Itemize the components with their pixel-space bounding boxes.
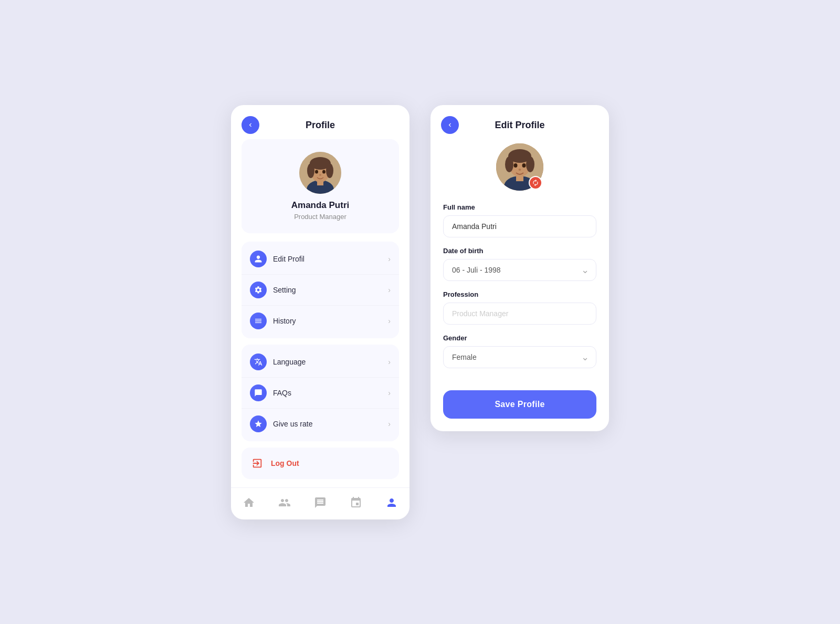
- chat-icon: [250, 384, 267, 401]
- app-container: Profile: [210, 84, 630, 540]
- menu-label-edit-profil: Edit Profil: [273, 255, 388, 263]
- menu-item-give-rate[interactable]: Give us rate ›: [242, 409, 399, 439]
- menu-item-setting[interactable]: Setting ›: [242, 275, 399, 306]
- list-icon: [250, 313, 267, 329]
- menu-item-faqs[interactable]: FAQs ›: [242, 378, 399, 409]
- gender-group: Gender Female Male Other ⌄: [443, 334, 596, 368]
- nav-item-people[interactable]: [274, 494, 295, 511]
- dob-select[interactable]: 06 - Juli - 1998: [443, 259, 596, 281]
- dob-select-wrapper: 06 - Juli - 1998 ⌄: [443, 259, 596, 281]
- edit-avatar: [496, 143, 543, 191]
- profile-info-section: Amanda Putri Product Manager: [242, 139, 399, 233]
- edit-profile-title: Edit Profile: [495, 120, 544, 131]
- nav-item-calendar[interactable]: [345, 494, 366, 511]
- profile-name: Amanda Putri: [291, 200, 350, 211]
- dob-group: Date of birth 06 - Juli - 1998 ⌄: [443, 247, 596, 281]
- back-button-edit[interactable]: [441, 116, 459, 134]
- profile-title: Profile: [306, 120, 335, 131]
- svg-point-16: [505, 157, 513, 172]
- avatar: [299, 152, 341, 194]
- svg-point-6: [307, 163, 314, 178]
- edit-profile-screen: Edit Profile: [430, 105, 609, 431]
- nav-item-profile[interactable]: [381, 494, 402, 511]
- save-button-wrapper: Save Profile: [430, 390, 609, 419]
- menu-label-setting: Setting: [273, 286, 388, 294]
- profile-screen: Profile: [231, 105, 410, 519]
- menu-group-1: Edit Profil › Setting › History ›: [242, 242, 399, 338]
- svg-point-7: [326, 163, 333, 178]
- svg-point-8: [315, 170, 318, 173]
- gender-select-wrapper: Female Male Other ⌄: [443, 346, 596, 368]
- profile-header: Profile: [231, 105, 410, 139]
- menu-group-2: Language › FAQs › Give us rate ›: [242, 345, 399, 441]
- chevron-right-icon: ›: [388, 358, 391, 366]
- svg-point-19: [522, 163, 526, 168]
- logout-icon: [250, 456, 265, 471]
- svg-point-9: [322, 170, 326, 173]
- chevron-right-icon: ›: [388, 389, 391, 397]
- logout-label: Log Out: [271, 459, 299, 467]
- gear-icon: [250, 282, 267, 298]
- gender-label: Gender: [443, 334, 596, 342]
- logout-button[interactable]: Log Out: [242, 448, 399, 479]
- user-icon: [250, 251, 267, 267]
- menu-label-give-rate: Give us rate: [273, 420, 388, 428]
- menu-label-language: Language: [273, 358, 388, 366]
- change-avatar-button[interactable]: [529, 176, 542, 190]
- dob-label: Date of birth: [443, 247, 596, 255]
- logout-section: Log Out: [242, 448, 399, 479]
- profession-input[interactable]: [443, 303, 596, 325]
- nav-item-chat[interactable]: [310, 494, 331, 511]
- back-button-profile[interactable]: [242, 116, 259, 134]
- edit-profile-header: Edit Profile: [430, 105, 609, 139]
- full-name-group: Full name: [443, 203, 596, 237]
- bottom-navigation: [231, 487, 410, 519]
- menu-item-edit-profil[interactable]: Edit Profil ›: [242, 244, 399, 275]
- save-profile-button[interactable]: Save Profile: [443, 390, 596, 419]
- chevron-right-icon: ›: [388, 317, 391, 325]
- edit-avatar-section: [443, 143, 596, 191]
- full-name-input[interactable]: [443, 215, 596, 237]
- chevron-right-icon: ›: [388, 420, 391, 428]
- star-icon: [250, 415, 267, 432]
- full-name-label: Full name: [443, 203, 596, 211]
- profession-group: Profession: [443, 290, 596, 325]
- gender-select[interactable]: Female Male Other: [443, 346, 596, 368]
- svg-point-18: [514, 163, 518, 168]
- menu-label-faqs: FAQs: [273, 389, 388, 397]
- translate-icon: [250, 353, 267, 370]
- menu-item-language[interactable]: Language ›: [242, 347, 399, 378]
- nav-item-home[interactable]: [238, 494, 259, 511]
- chevron-right-icon: ›: [388, 255, 391, 263]
- edit-profile-form: Full name Date of birth 06 - Juli - 1998…: [430, 139, 609, 382]
- profession-label: Profession: [443, 290, 596, 298]
- chevron-right-icon: ›: [388, 286, 391, 294]
- svg-point-10: [319, 174, 321, 175]
- menu-label-history: History: [273, 317, 388, 325]
- menu-item-history[interactable]: History ›: [242, 306, 399, 336]
- svg-point-17: [526, 157, 534, 172]
- profile-role: Product Manager: [294, 213, 346, 221]
- svg-point-20: [519, 169, 521, 171]
